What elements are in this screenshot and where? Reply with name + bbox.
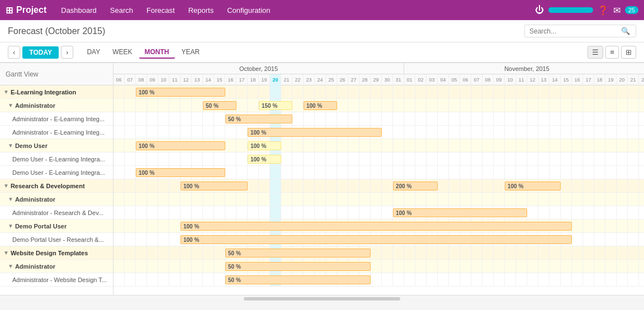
gantt-bar-9[interactable]: 100 % (136, 168, 225, 177)
gantt-bar-7[interactable]: 100 % (248, 141, 281, 150)
gantt-cell (449, 179, 460, 192)
tab-year[interactable]: YEAR (176, 46, 206, 59)
gantt-cell (404, 246, 415, 259)
gantt-left-row-7[interactable]: ▼Research & Development (0, 179, 113, 193)
gantt-cell (460, 246, 471, 259)
gantt-bar-1[interactable]: 50 % (203, 101, 236, 110)
gantt-cell (147, 99, 158, 112)
gantt-bar-0[interactable]: 100 % (136, 88, 225, 97)
view-list-button[interactable]: ≡ (605, 46, 619, 59)
gantt-left-row-12[interactable]: ▼Website Design Templates (0, 246, 113, 260)
gantt-bar-8[interactable]: 100 % (248, 155, 281, 164)
gantt-cell (505, 112, 516, 125)
gantt-left-row-1[interactable]: ▼Administrator (0, 99, 113, 112)
gantt-left-row-13[interactable]: ▼Administrator (0, 260, 113, 273)
gantt-bar-2[interactable]: 150 % (259, 101, 292, 110)
gantt-cell (169, 126, 181, 139)
chat-badge[interactable]: 25 (625, 6, 638, 14)
month-labels: October, 2015November, 2015 (113, 63, 644, 74)
gantt-left-row-10[interactable]: ▼Demo Portal User (0, 220, 113, 233)
gantt-body-row-12: 50 % (113, 246, 644, 260)
gantt-cell (482, 139, 494, 152)
gantt-cell (371, 152, 382, 165)
gantt-cell (617, 85, 628, 98)
gantt-bar-13[interactable]: 100 % (393, 208, 527, 217)
gantt-left-row-0[interactable]: ▼E-Learning Integration (0, 85, 113, 99)
gantt-bar-12[interactable]: 100 % (505, 182, 561, 190)
gantt-cell (136, 273, 147, 286)
gantt-bar-15[interactable]: 100 % (181, 235, 572, 244)
tab-month[interactable]: MONTH (139, 46, 175, 59)
gantt-left-row-4[interactable]: ▼Demo User (0, 139, 113, 152)
nav-reports[interactable]: Reports (183, 4, 220, 17)
gantt-cell (550, 273, 561, 286)
help-icon[interactable]: ❓ (598, 5, 609, 16)
grid-icon: ⊞ (6, 5, 13, 16)
view-table-button[interactable]: ⊞ (621, 46, 636, 59)
prev-button[interactable]: ‹ (8, 46, 20, 59)
gantt-cell (617, 126, 628, 139)
gantt-cell (427, 152, 438, 165)
app-logo[interactable]: ⊞ Project (6, 5, 46, 16)
scrollbar[interactable] (0, 295, 644, 302)
gantt-cell (538, 126, 550, 139)
view-grid-button[interactable]: ☰ (588, 46, 603, 59)
gantt-cell (471, 193, 482, 206)
gantt-cell (550, 112, 561, 125)
gantt-cell (304, 139, 315, 152)
gantt-cell (583, 99, 594, 112)
gantt-cell (125, 220, 136, 232)
gantt-cell (527, 112, 538, 125)
gantt-left-row-8[interactable]: ▼Administrator (0, 193, 113, 206)
gantt-bar-6[interactable]: 100 % (136, 141, 225, 150)
search-box[interactable]: 🔍 (524, 25, 636, 37)
gantt-cell (449, 99, 460, 112)
nav-dashboard[interactable]: Dashboard (55, 4, 102, 17)
gantt-cell (516, 112, 527, 125)
gantt-cell (605, 233, 617, 246)
gantt-cell (449, 166, 460, 179)
gantt-cell (304, 179, 315, 192)
gantt-cell (404, 139, 415, 152)
gantt-bar-3[interactable]: 100 % (304, 101, 337, 110)
gantt-cell (561, 139, 572, 152)
gantt-cell (471, 112, 482, 125)
gantt-cell (147, 220, 158, 232)
gantt-cell (192, 206, 203, 219)
gantt-bar-14[interactable]: 100 % (181, 222, 572, 231)
gantt-bar-11[interactable]: 200 % (393, 182, 438, 190)
gantt-right-panel[interactable]: October, 2015November, 2015 060708091011… (113, 63, 644, 295)
next-button[interactable]: › (61, 46, 73, 59)
scrollbar-thumb[interactable] (244, 297, 400, 301)
gantt-cell (214, 273, 225, 286)
tab-week[interactable]: WEEK (107, 46, 138, 59)
search-input[interactable] (529, 27, 619, 35)
gantt-cell (393, 85, 404, 98)
user-icon[interactable]: ⏻ (535, 5, 544, 15)
gantt-cell (427, 112, 438, 125)
today-button[interactable]: TODAY (22, 46, 59, 59)
gantt-cell (494, 85, 505, 98)
gantt-bar-16[interactable]: 50 % (225, 249, 371, 257)
gantt-bar-4[interactable]: 50 % (225, 115, 292, 123)
mail-icon[interactable]: ✉ (613, 5, 621, 16)
gantt-bar-5[interactable]: 100 % (248, 128, 382, 137)
gantt-body-row-7: 100 %200 %100 % (113, 179, 644, 193)
gantt-bar-18[interactable]: 50 % (225, 275, 371, 284)
gantt-cell (147, 152, 158, 165)
gantt-bar-17[interactable]: 50 % (225, 262, 371, 271)
day-label-42: 17 (583, 74, 594, 85)
gantt-cell (561, 152, 572, 165)
gantt-cell (460, 99, 471, 112)
tab-day[interactable]: DAY (81, 46, 106, 59)
gantt-bar-10[interactable]: 100 % (181, 182, 248, 190)
day-label-30: 05 (449, 74, 460, 85)
nav-configuration[interactable]: Configuration (221, 4, 276, 17)
nav-search[interactable]: Search (105, 4, 139, 17)
gantt-cell (550, 206, 561, 219)
gantt-cell (169, 112, 181, 125)
nav-forecast[interactable]: Forecast (141, 4, 181, 17)
gantt-cell (192, 126, 203, 139)
gantt-cell (113, 166, 125, 179)
gantt-body-row-0: 100 % (113, 85, 644, 99)
